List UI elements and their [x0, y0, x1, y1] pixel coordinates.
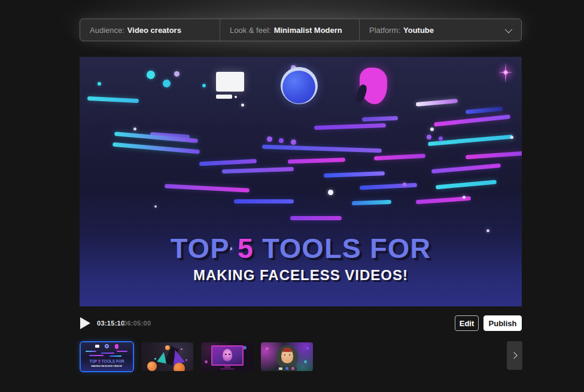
- setting-audience-label: Audience:: [90, 26, 124, 35]
- thumb-mini-title: TOP 5 TOOLS FOR: [86, 359, 128, 363]
- title-word2: TOOLS FOR: [262, 232, 431, 264]
- thumb-mask-icon: [115, 344, 118, 349]
- video-title: TOP 5 TOOLS FOR: [80, 232, 522, 265]
- thumb-hair: [283, 348, 291, 352]
- thumb-screen-icon: [95, 345, 99, 348]
- thumb-sphere: [174, 363, 185, 371]
- thumb-circle-icon: [105, 344, 109, 348]
- thumbnail-abstract-shapes[interactable]: [141, 342, 193, 371]
- thumb-bokeh: [306, 347, 309, 350]
- video-title-block: TOP 5 TOOLS FOR MAKING FACELESS VIDEOS!: [80, 57, 522, 306]
- thumb-face-eye: [229, 354, 230, 355]
- chevron-down-icon[interactable]: [505, 26, 513, 34]
- thumb-face-eye: [225, 354, 227, 355]
- title-number: 5: [238, 232, 254, 264]
- thumb-neon-bar: [101, 353, 114, 354]
- thumb-neon-bar: [110, 355, 121, 357]
- thumb-neon-bar: [89, 355, 104, 356]
- thumb-confetti: [181, 348, 182, 350]
- app-window: Audience: Video creators Look & feel: Mi…: [0, 0, 584, 392]
- current-time: 03:15:10: [97, 320, 124, 327]
- setting-platform-value: Youtube: [403, 26, 434, 35]
- thumb-ui-dot: [285, 367, 288, 370]
- video-preview[interactable]: TOP 5 TOOLS FOR MAKING FACELESS VIDEOS!: [80, 57, 522, 306]
- thumb-confetti: [185, 359, 187, 361]
- thumb-confetti: [154, 358, 156, 360]
- play-icon[interactable]: [80, 317, 90, 329]
- thumb-ui-dot: [291, 367, 294, 370]
- thumb-eye: [289, 354, 290, 355]
- thumb-sphere: [147, 361, 157, 371]
- publish-button[interactable]: Publish: [483, 315, 522, 331]
- setting-look-label: Look & feel:: [230, 26, 271, 35]
- chevron-right-icon: [510, 352, 517, 358]
- thumbnails-next-button[interactable]: [507, 341, 522, 370]
- thumbnail-ai-face-monitor[interactable]: [201, 342, 253, 371]
- thumb-mini-subtitle: MAKING FACELESS VIDEOS!: [91, 365, 123, 367]
- setting-audience[interactable]: Audience: Video creators: [80, 19, 220, 41]
- setting-audience-value: Video creators: [127, 26, 181, 35]
- setting-platform-label: Platform:: [369, 26, 400, 35]
- edit-button[interactable]: Edit: [455, 315, 479, 331]
- thumbnail-title-slide[interactable]: TOP 5 TOOLS FOR MAKING FACELESS VIDEOS!: [81, 342, 133, 371]
- thumb-neon-bar: [86, 351, 96, 352]
- video-subtitle: MAKING FACELESS VIDEOS!: [80, 267, 522, 284]
- thumb-bokeh: [304, 360, 307, 363]
- thumb-eye: [284, 354, 285, 355]
- setting-look-value: Minimalist Modern: [274, 26, 342, 35]
- title-word1: TOP: [171, 232, 229, 264]
- setting-look-and-feel[interactable]: Look & feel: Minimalist Modern: [220, 19, 359, 41]
- thumb-monitor-base: [220, 368, 235, 370]
- thumb-ui-chip: [279, 367, 282, 370]
- thumb-neon-bar: [117, 351, 127, 352]
- video-settings-bar: Audience: Video creators Look & feel: Mi…: [80, 19, 522, 41]
- thumb-bokeh: [266, 347, 269, 350]
- thumbnail-avatar[interactable]: [261, 342, 313, 371]
- total-time: 06:05:00: [123, 320, 151, 327]
- thumb-bokeh: [205, 360, 208, 363]
- thumb-face: [223, 349, 232, 361]
- thumb-monitor: [211, 345, 244, 366]
- setting-platform[interactable]: Platform: Youtube: [360, 19, 521, 41]
